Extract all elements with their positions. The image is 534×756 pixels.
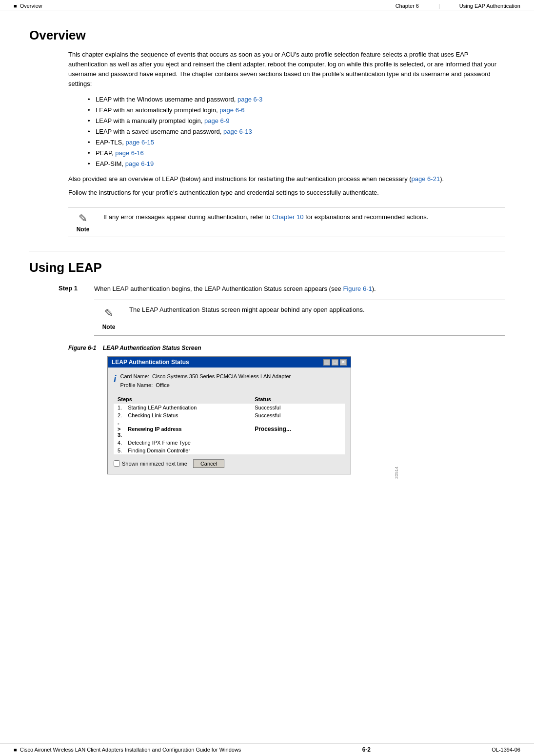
note-text-overview: If any error messages appear during auth… <box>103 211 505 222</box>
note-pencil-icon: ✎ <box>79 212 87 225</box>
footer-text: Cisco Aironet Wireless LAN Client Adapte… <box>20 747 241 753</box>
window-body: i Card Name: Cisco Systems 350 Series PC… <box>108 368 351 473</box>
step-note-label-col: ✎ Note <box>94 304 123 332</box>
figure-side-label: 20514 <box>394 467 399 479</box>
link-page-6-9[interactable]: page 6-9 <box>204 117 229 124</box>
cancel-button[interactable]: Cancel <box>193 459 224 468</box>
list-item: LEAP with a saved username and password,… <box>88 126 505 137</box>
window-title: LEAP Authentication Status <box>112 359 189 366</box>
footer-bullet-icon: ■ <box>14 747 17 753</box>
overview-title: Overview <box>29 28 505 43</box>
window-titlebar: LEAP Authentication Status _ □ ✕ <box>108 357 351 368</box>
overview-bullets: LEAP with the Windows username and passw… <box>29 94 505 170</box>
note-label-col: ✎ Note <box>68 211 98 233</box>
minimize-button[interactable]: _ <box>323 359 330 366</box>
breadcrumb: ■ Overview <box>14 3 42 9</box>
checkbox-label[interactable]: Shown minimized next time <box>114 460 187 467</box>
step-note-pencil-icon: ✎ <box>104 305 113 322</box>
bullet-text-1: LEAP with the Windows username and passw… <box>96 96 237 103</box>
close-button[interactable]: ✕ <box>340 359 347 366</box>
step-1-block: Step 1 When LEAP authentication begins, … <box>29 284 505 336</box>
info-details: Card Name: Cisco Systems 350 Series PCMC… <box>120 372 291 389</box>
overview-intro: This chapter explains the sequence of ev… <box>29 50 505 89</box>
info-row: i Card Name: Cisco Systems 350 Series PC… <box>114 372 345 389</box>
list-item: LEAP with an automatically prompted logi… <box>88 105 505 116</box>
link-chapter-10[interactable]: Chapter 10 <box>272 213 303 221</box>
bullet-text-3: LEAP with a manually prompted login, <box>96 117 204 124</box>
figure-window-wrapper: LEAP Authentication Status _ □ ✕ i Card … <box>68 356 390 484</box>
link-page-6-3[interactable]: page 6-3 <box>237 96 262 103</box>
link-page-6-21[interactable]: page 6-21 <box>412 175 440 183</box>
bullet-text-5: EAP-TLS, <box>96 139 125 146</box>
bullet-text-7: EAP-SIM, <box>96 160 125 167</box>
figure-caption: Figure 6-1 LEAP Authentication Status Sc… <box>68 345 505 351</box>
header-chapter: Chapter 6 <box>396 3 419 9</box>
bullet-icon: ■ <box>14 3 17 9</box>
link-page-6-13[interactable]: page 6-13 <box>223 128 252 135</box>
note-label: Note <box>77 226 90 233</box>
bullet-text-4: LEAP with a saved username and password, <box>96 128 223 135</box>
link-page-6-6[interactable]: page 6-6 <box>219 106 244 114</box>
link-figure-6-1[interactable]: Figure 6-1 <box>343 285 372 292</box>
using-leap-title: Using LEAP <box>29 251 505 275</box>
screenshot-footer: Shown minimized next time Cancel <box>114 459 345 468</box>
follow-text: Follow the instructions for your profile… <box>29 188 505 198</box>
status-col-header: Status <box>251 395 345 404</box>
page-footer: ■ Cisco Aironet Wireless LAN Client Adap… <box>0 743 534 756</box>
also-text: Also provided are an overview of LEAP (b… <box>29 174 505 184</box>
breadcrumb-text: Overview <box>20 3 42 9</box>
bullet-text-2: LEAP with an automatically prompted logi… <box>96 106 219 114</box>
list-item: LEAP with a manually prompted login, pag… <box>88 116 505 126</box>
step-note: ✎ Note The LEAP Authentication Status sc… <box>94 300 505 336</box>
maximize-button[interactable]: □ <box>332 359 338 366</box>
list-item: EAP-SIM, page 6-19 <box>88 159 505 169</box>
header-section: Using EAP Authentication <box>459 3 520 9</box>
overview-note: ✎ Note If any error messages appear duri… <box>68 207 505 237</box>
footer-left: ■ Cisco Aironet Wireless LAN Client Adap… <box>14 747 241 753</box>
link-page-6-16[interactable]: page 6-16 <box>115 149 144 157</box>
window-buttons[interactable]: _ □ ✕ <box>323 359 347 366</box>
profile-name-row: Profile Name: Office <box>120 381 291 390</box>
steps-col-header: Steps <box>114 395 251 404</box>
list-item: PEAP, page 6-16 <box>88 148 505 159</box>
info-icon: i <box>114 373 117 385</box>
card-name-row: Card Name: Cisco Systems 350 Series PCMC… <box>120 372 291 381</box>
header-right: Chapter 6 | Using EAP Authentication <box>396 3 520 9</box>
minimize-checkbox[interactable] <box>114 460 120 467</box>
step-1-content: When LEAP authentication begins, the LEA… <box>94 284 505 336</box>
step-note-text: The LEAP Authentication Status screen mi… <box>129 304 505 315</box>
page-number: 6-2 <box>362 746 371 753</box>
page-content: Overview This chapter explains the seque… <box>0 11 534 496</box>
list-item: LEAP with the Windows username and passw… <box>88 94 505 105</box>
bullet-text-6: PEAP, <box>96 149 115 157</box>
page-header: ■ Overview Chapter 6 | Using EAP Authent… <box>0 0 534 11</box>
leap-auth-window: LEAP Authentication Status _ □ ✕ i Card … <box>107 356 351 474</box>
step-note-label: Note <box>102 323 116 332</box>
link-page-6-15[interactable]: page 6-15 <box>125 139 154 146</box>
list-item: EAP-TLS, page 6-15 <box>88 137 505 148</box>
step-1-label: Step 1 <box>59 284 85 292</box>
steps-table: Steps Status 1.Starting LEAP Authenticat… <box>114 395 345 454</box>
link-page-6-19[interactable]: page 6-19 <box>125 160 154 167</box>
footer-right: OL-1394-06 <box>492 747 520 753</box>
